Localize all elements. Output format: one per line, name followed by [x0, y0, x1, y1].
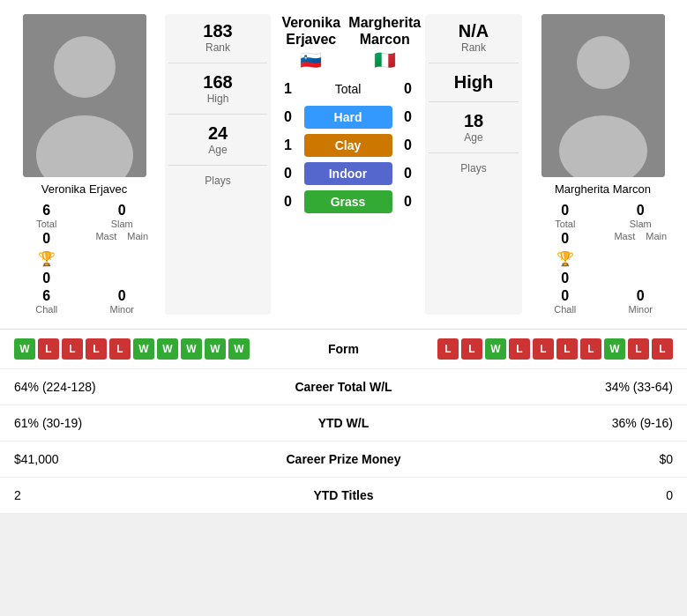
left-sep3 [168, 165, 267, 166]
stat-center-label: YTD Titles [241, 478, 447, 514]
indoor-right-score: 0 [400, 166, 417, 182]
left-player-stats: 6 Total 0 Slam 0 🏆 0 Mast [7, 203, 161, 315]
stat-center-label: YTD W/L [241, 405, 447, 442]
right-mast-label-item: Mast [614, 231, 635, 241]
indoor-left-score: 0 [280, 166, 297, 182]
left-age-label: Age [208, 144, 227, 156]
right-mast-stat: 0 🏆 0 [533, 231, 598, 286]
right-chall-stat: 0 Chall [533, 288, 598, 315]
right-minor-value: 0 [637, 288, 645, 304]
left-form-badge-l: L [109, 338, 131, 360]
left-form-badge-l: L [38, 338, 59, 360]
left-total-value: 6 [42, 203, 50, 219]
grass-badge: Grass [304, 190, 392, 213]
right-form-badge-l: L [437, 338, 459, 360]
left-mast-value: 0 [42, 231, 50, 247]
hard-badge: Hard [304, 106, 392, 129]
right-mast-value: 0 [561, 231, 569, 247]
right-minor-label: Minor [628, 304, 653, 315]
right-total-label: Total [555, 219, 575, 229]
left-flag: 🇸🇮 [300, 49, 322, 71]
right-flag: 🇮🇹 [374, 49, 396, 71]
clay-badge: Clay [304, 134, 392, 157]
left-main-label-item: Main [127, 231, 148, 241]
left-age-value: 24 [208, 123, 228, 144]
hard-left-score: 0 [280, 109, 297, 125]
left-main-value: 0 [42, 271, 50, 286]
right-chall-value: 0 [561, 288, 569, 304]
right-rank-box: N/A Rank [429, 21, 519, 54]
right-total-value: 0 [561, 203, 569, 219]
right-total-score: 0 [400, 81, 417, 97]
right-chall-label: Chall [554, 304, 576, 315]
right-player-card: Margherita Marcon 0 Total 0 Slam 0 🏆 0 [526, 14, 680, 315]
right-trophy-icon: 🏆 [556, 250, 574, 267]
left-form-badge-w: W [14, 338, 35, 360]
stat-left-val: 2 [0, 478, 241, 514]
right-total-stat: 0 Total [533, 203, 598, 229]
left-minor-label: Minor [109, 304, 134, 315]
right-form-badge-w: W [604, 338, 625, 360]
left-total-label: Total [36, 219, 56, 229]
left-player-card: Veronika Erjavec 6 Total 0 Slam 0 🏆 0 [7, 14, 161, 315]
surface-indoor-row: 0 Indoor 0 [274, 162, 422, 185]
form-section: WLLLLWWWWW Form LLWLLLLWLL [0, 329, 687, 368]
stats-row: 64% (224-128) Career Total W/L 34% (33-6… [0, 369, 687, 405]
left-minor-stat: 0 Minor [90, 288, 155, 315]
left-rank-value: 183 [203, 21, 232, 41]
left-form-badge-w: W [133, 338, 154, 360]
total-label: Total [304, 82, 392, 96]
left-form-badge-w: W [157, 338, 178, 360]
right-minor-stat: 0 Minor [609, 288, 674, 315]
right-form-badge-l: L [652, 338, 673, 360]
left-form-badges: WLLLLWWWWW [14, 338, 284, 360]
left-rank-label: Rank [205, 41, 230, 54]
right-player-name: Margherita Marcon [555, 182, 651, 196]
left-form-badge-l: L [86, 338, 107, 360]
grass-left-score: 0 [280, 194, 297, 210]
left-main-label: Main [127, 231, 148, 241]
center-section: VeronikaErjavec 🇸🇮 MargheritaMarcon 🇮🇹 1… [274, 14, 422, 315]
left-total-stat: 6 Total [14, 203, 79, 229]
right-main-value: 0 [561, 271, 569, 286]
left-name-center: VeronikaErjavec [281, 14, 340, 48]
right-rank-label: Rank [461, 41, 486, 54]
right-high-box: High [429, 72, 519, 93]
right-form-badge-w: W [485, 338, 506, 360]
form-label: Form [291, 342, 397, 356]
left-high-box: 168 High [168, 72, 267, 105]
right-name-block: MargheritaMarcon 🇮🇹 [352, 14, 418, 71]
surface-hard-row: 0 Hard 0 [274, 106, 422, 129]
left-slam-label: Slam [111, 219, 133, 229]
right-sep2 [429, 101, 519, 102]
right-form-badge-l: L [556, 338, 578, 360]
stat-right-val: 0 [446, 478, 687, 514]
left-plays-label: Plays [205, 174, 230, 187]
left-high-value: 168 [203, 72, 232, 93]
stats-row: 2 YTD Titles 0 [0, 478, 687, 514]
grass-right-score: 0 [400, 194, 417, 210]
right-form-badge-l: L [580, 338, 601, 360]
left-middle-stats: 183 Rank 168 High 24 Age Plays [165, 14, 271, 315]
left-form-badge-l: L [62, 338, 83, 360]
right-plays-label: Plays [460, 162, 486, 174]
svg-point-1 [54, 36, 116, 98]
right-form-badge-l: L [533, 338, 554, 360]
indoor-badge: Indoor [304, 162, 392, 185]
left-player-name: Veronika Erjavec [41, 182, 128, 196]
left-sep1 [168, 63, 267, 63]
left-form-badge-w: W [205, 338, 226, 360]
left-high-label: High [207, 93, 229, 105]
left-chall-label: Chall [35, 304, 57, 315]
top-section: Veronika Erjavec 6 Total 0 Slam 0 🏆 0 [0, 0, 687, 329]
svg-point-4 [577, 36, 630, 89]
left-avatar [23, 14, 146, 177]
right-slam-label: Slam [630, 219, 652, 229]
left-mast-label-item: Mast [95, 231, 116, 241]
left-slam-value: 0 [118, 203, 126, 219]
left-plays-box: Plays [168, 174, 267, 187]
right-avatar [541, 14, 665, 177]
left-total-score: 1 [280, 81, 297, 97]
clay-left-score: 1 [280, 137, 297, 153]
left-form-badge-w: W [228, 338, 250, 360]
